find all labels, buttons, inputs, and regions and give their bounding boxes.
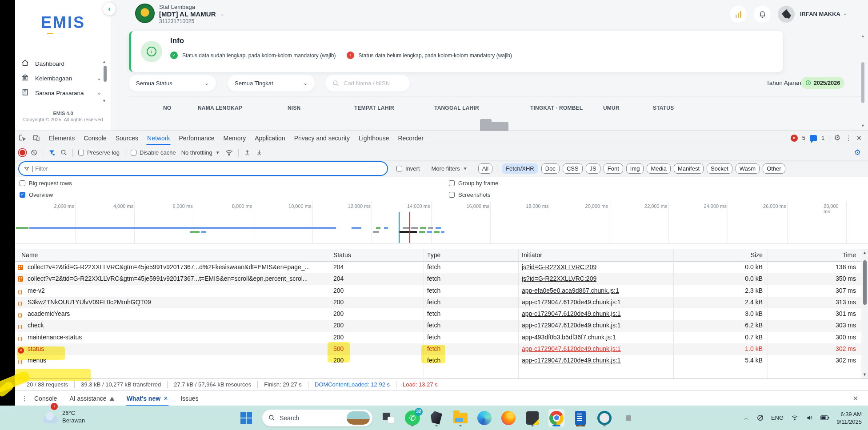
preserve-log-checkbox[interactable]: Preserve log [78, 149, 120, 156]
volume-icon[interactable] [806, 414, 813, 421]
sidebar-item-kelembagaan[interactable]: Kelembagaan⌄ [21, 72, 101, 84]
chip-all[interactable]: All [478, 163, 492, 174]
invert-checkbox[interactable]: Invert [396, 165, 420, 172]
devtools-tab-application[interactable]: Application [250, 131, 290, 145]
network-filter-input[interactable]: Filter [20, 163, 387, 175]
devtools-tab-sources[interactable]: Sources [111, 131, 143, 145]
column-separator[interactable] [518, 249, 519, 378]
avatar[interactable] [778, 6, 795, 23]
request-row-status[interactable]: ✕status500fetchapp-c1729047.6120de49.chu… [0, 343, 861, 355]
taskbar-search[interactable]: Search [262, 410, 372, 426]
org-name[interactable]: [MDT] AL MAMUR⌄ [159, 10, 224, 18]
close-tab-icon[interactable]: ✕ [164, 395, 168, 402]
column-separator[interactable] [424, 249, 424, 378]
network-search-icon[interactable] [60, 149, 67, 156]
request-initiator[interactable]: js?id=G-R22XXLLVRC:209 [522, 275, 596, 282]
import-har-icon[interactable] [244, 149, 251, 156]
network-overview-timeline[interactable]: 2,000 ms4,000 ms6,000 ms8,000 ms10,000 m… [0, 201, 868, 243]
drawer-tab-issues[interactable]: Issues [174, 390, 204, 406]
devtools-tab-recorder[interactable]: Recorder [393, 131, 428, 145]
chip-media[interactable]: Media [647, 163, 670, 174]
notifications-button[interactable] [754, 6, 771, 23]
close-devtools-icon[interactable]: ✕ [856, 134, 862, 142]
grid-scroll-thumb[interactable] [863, 260, 867, 305]
firefox-app[interactable] [500, 409, 516, 427]
request-initiator[interactable]: app-c1729047.6120de49.chunk.js:1 [522, 357, 621, 364]
sidebar-item-sarana-prasarana[interactable]: Sarana Prasarana⌄ [21, 87, 101, 99]
column-separator[interactable] [673, 249, 674, 378]
devtools-tab-network[interactable]: Network [143, 131, 174, 145]
message-icon[interactable] [810, 135, 817, 141]
file-explorer-app[interactable] [452, 409, 468, 427]
user-menu-chevron-icon[interactable]: ⌄ [843, 10, 847, 16]
taskbar-clock[interactable]: 6:39 AM 9/11/2025 [836, 410, 862, 426]
do-not-disturb-icon[interactable] [756, 414, 764, 422]
devtools-tab-privacy-and-security[interactable]: Privacy and security [290, 131, 354, 145]
request-row-collect[interactable]: collect?v=2&tid=G-R22XXLLVRC&gtm=45je599… [0, 262, 861, 273]
big-request-rows-checkbox[interactable]: Big request rows [20, 180, 72, 187]
devtools-tab-console[interactable]: Console [79, 131, 111, 145]
chip-js[interactable]: JS [586, 163, 600, 174]
drawer-tab-what-s-new[interactable]: What's new✕ [120, 390, 175, 406]
task-view-button[interactable] [380, 409, 396, 427]
network-conditions-icon[interactable] [225, 149, 233, 156]
request-initiator[interactable]: app-c1729047.6120de49.chunk.js:1 [522, 299, 621, 306]
device-toolbar-icon[interactable] [32, 134, 40, 142]
grid-column-name[interactable]: Name [21, 251, 38, 259]
dog-app[interactable] [596, 409, 612, 427]
column-separator[interactable] [330, 249, 330, 378]
grid-column-status[interactable]: Status [333, 251, 351, 259]
chip-fetch-xhr[interactable]: Fetch/XHR [502, 163, 538, 174]
sidebar-scroll-up-icon[interactable]: ▲ [102, 60, 106, 64]
column-separator[interactable] [768, 249, 768, 378]
filter-funnel-icon[interactable] [48, 149, 55, 156]
chip-font[interactable]: Font [604, 163, 623, 174]
more-options-icon[interactable]: ⋮ [845, 134, 852, 142]
status-filter-select[interactable]: Semua Status⌄ [129, 75, 216, 92]
chip-socket[interactable]: Socket [707, 163, 732, 174]
chip-other[interactable]: Other [763, 163, 785, 174]
tray-chevron-up-icon[interactable]: ︿ [744, 414, 749, 422]
taskbar-weather-widget[interactable]: 7 26°C Berawan [43, 409, 85, 424]
language-indicator[interactable]: ENG [771, 414, 784, 421]
sidebar-scroll-thumb[interactable] [104, 66, 107, 82]
search-input[interactable]: Cari Nama / NISN [325, 75, 410, 92]
grid-column-time[interactable]: Time [842, 251, 856, 259]
group-by-frame-checkbox[interactable]: Group by frame [449, 180, 498, 187]
error-badge-icon[interactable]: ✕ [791, 135, 798, 142]
screenshots-checkbox[interactable]: Screenshots [449, 191, 490, 198]
settings-gear-icon[interactable]: ⚙ [834, 133, 840, 143]
grid-column-size[interactable]: Size [751, 251, 763, 259]
stats-button[interactable] [730, 6, 747, 23]
request-initiator[interactable]: js?id=G-R22XXLLVRC:209 [522, 263, 596, 271]
chip-manifest[interactable]: Manifest [674, 163, 704, 174]
request-initiator[interactable]: app-efa0e5e0.aca9d867.chunk.js:1 [522, 287, 619, 294]
devtools-tab-elements[interactable]: Elements [44, 131, 79, 145]
inspect-element-icon[interactable] [19, 134, 26, 142]
start-button[interactable] [238, 409, 254, 427]
chip-css[interactable]: CSS [563, 163, 583, 174]
drawer-menu-icon[interactable]: ⋮ [21, 394, 28, 402]
drawer-tab-ai-assistance[interactable]: AI assistance [63, 390, 120, 406]
year-badge[interactable]: 2025/2026 [801, 77, 844, 89]
request-row-check[interactable]: {:}check200fetchapp-c1729047.6120de49.ch… [0, 320, 861, 331]
drawer-close-icon[interactable]: ✕ [852, 394, 858, 402]
tingkat-filter-select[interactable]: Semua Tingkat⌄ [228, 75, 315, 92]
drawer-tab-console[interactable]: Console [28, 390, 63, 406]
request-initiator[interactable]: app-c1729047.6120de49.chunk.js:1 [522, 345, 621, 352]
clear-icon[interactable] [31, 149, 37, 156]
request-row-collect[interactable]: collect?v=2&tid=G-R22XXLLVRC&gtm=45je599… [0, 273, 861, 285]
wifi-icon[interactable] [791, 414, 799, 421]
chip-doc[interactable]: Doc [541, 163, 560, 174]
request-row-maintenance-status[interactable]: {:}maintenance-status200fetchapp-493df0b… [0, 332, 861, 343]
chrome-app[interactable] [548, 409, 564, 427]
chip-img[interactable]: Img [626, 163, 644, 174]
more-filters-button[interactable]: More filters▼ [432, 165, 468, 172]
app-scroll-thumb[interactable] [861, 62, 864, 103]
app-scroll-down-icon[interactable]: ▼ [861, 123, 867, 128]
network-settings-gear-icon[interactable]: ⚙ [854, 148, 861, 157]
devtools-tab-memory[interactable]: Memory [219, 131, 251, 145]
sidebar-collapse-button[interactable]: ‹ [103, 3, 116, 15]
whatsapp-app[interactable]: ✆32 [404, 409, 420, 427]
sidebar-item-dashboard[interactable]: Dashboard [21, 58, 101, 69]
